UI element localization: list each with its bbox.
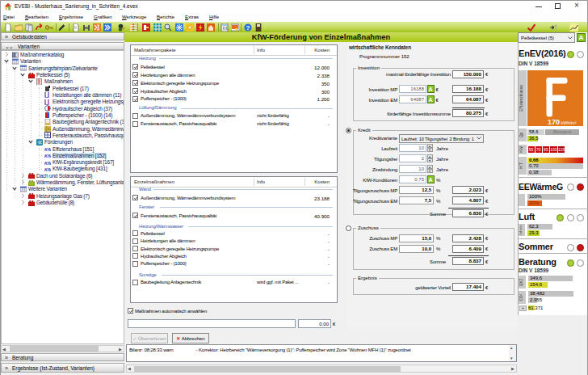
svg-text:KfW: KfW xyxy=(44,154,51,158)
svg-text:CO²: CO² xyxy=(519,293,523,301)
svg-text:?: ? xyxy=(246,24,250,32)
svg-text:KfW: KfW xyxy=(44,166,51,171)
svg-text:Qp: Qp xyxy=(519,132,523,137)
svg-text:KW: KW xyxy=(519,146,523,153)
svg-text:EKZ: EKZ xyxy=(519,278,523,285)
svg-text:H´T: H´T xyxy=(519,162,523,169)
svg-text:KfW: KfW xyxy=(44,147,51,152)
svg-text:Inf min: Inf min xyxy=(519,225,523,234)
svg-text:Effizienzklasse: Effizienzklasse xyxy=(519,85,523,112)
svg-text:KfW: KfW xyxy=(44,160,51,165)
